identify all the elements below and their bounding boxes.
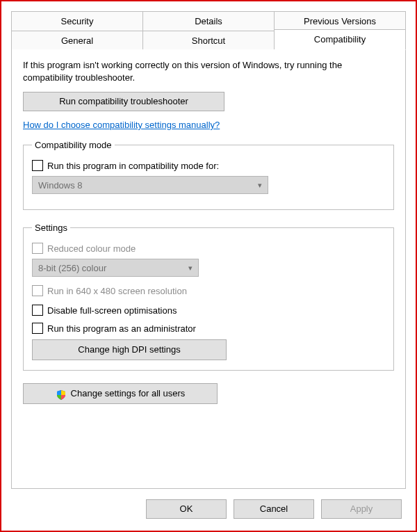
tab-details[interactable]: Details xyxy=(143,11,275,31)
disable-fullscreen-checkbox[interactable] xyxy=(32,305,43,316)
help-link[interactable]: How do I choose compatibility settings m… xyxy=(23,120,220,130)
compat-mode-label: Run this program in compatibility mode f… xyxy=(47,161,219,171)
change-all-users-button[interactable]: Change settings for all users xyxy=(23,383,218,404)
apply-button[interactable]: Apply xyxy=(321,499,402,519)
disable-fullscreen-label: Disable full-screen optimisations xyxy=(47,305,177,316)
compatibility-panel: If this program isn't working correctly … xyxy=(11,49,406,489)
tab-strip: Security Details Previous Versions Gener… xyxy=(11,11,406,50)
shield-icon xyxy=(56,388,67,399)
run-admin-label: Run this program as an administrator xyxy=(47,323,196,334)
tab-compatibility[interactable]: Compatibility xyxy=(275,29,406,50)
cancel-button[interactable]: Cancel xyxy=(234,499,314,519)
compat-mode-checkbox[interactable] xyxy=(32,160,43,171)
run-admin-checkbox[interactable] xyxy=(32,323,43,334)
colour-dropdown-value: 8-bit (256) colour xyxy=(38,263,106,273)
properties-dialog: Security Details Previous Versions Gener… xyxy=(0,0,417,532)
compatibility-mode-legend: Compatibility mode xyxy=(32,140,115,150)
reduced-colour-checkbox xyxy=(32,243,43,254)
run-troubleshooter-button[interactable]: Run compatibility troubleshooter xyxy=(23,92,224,111)
tab-previous-versions[interactable]: Previous Versions xyxy=(275,11,406,31)
high-dpi-button[interactable]: Change high DPI settings xyxy=(32,339,227,360)
compat-mode-dropdown[interactable]: Windows 8 ▾ xyxy=(32,176,268,194)
intro-text: If this program isn't working correctly … xyxy=(23,59,394,83)
settings-group: Settings Reduced colour mode 8-bit (256)… xyxy=(23,223,394,371)
compatibility-mode-group: Compatibility mode Run this program in c… xyxy=(23,140,394,210)
colour-dropdown: 8-bit (256) colour ▾ xyxy=(32,259,199,277)
low-res-checkbox xyxy=(32,285,43,296)
dialog-button-bar: OK Cancel Apply xyxy=(1,497,416,531)
change-all-users-label: Change settings for all users xyxy=(71,384,186,403)
tab-general[interactable]: General xyxy=(11,31,143,50)
compat-mode-dropdown-value: Windows 8 xyxy=(38,180,83,191)
settings-legend: Settings xyxy=(32,223,70,233)
chevron-down-icon: ▾ xyxy=(258,181,262,190)
reduced-colour-label: Reduced colour mode xyxy=(47,243,136,254)
ok-button[interactable]: OK xyxy=(146,499,227,519)
low-res-label: Run in 640 x 480 screen resolution xyxy=(47,286,187,296)
tab-shortcut[interactable]: Shortcut xyxy=(143,31,275,50)
tab-security[interactable]: Security xyxy=(11,11,143,31)
chevron-down-icon: ▾ xyxy=(188,264,193,273)
